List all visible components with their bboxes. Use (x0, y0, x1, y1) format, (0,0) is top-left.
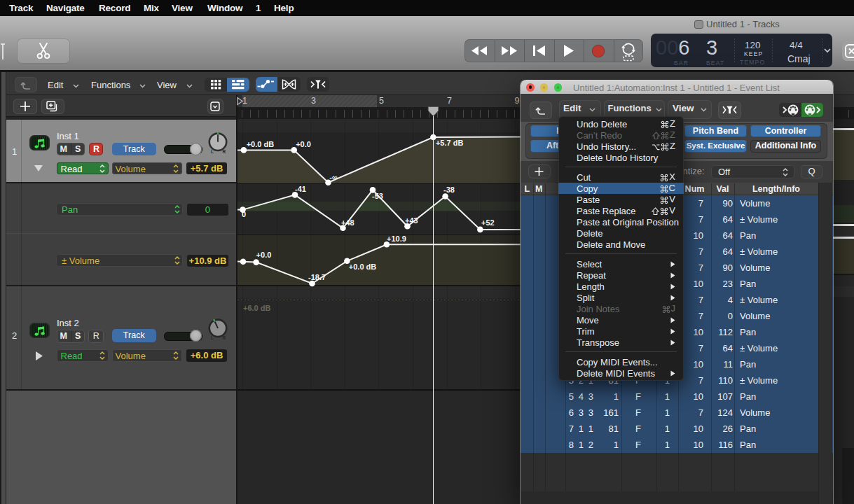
svg-text:+0.0: +0.0 (256, 251, 272, 259)
svg-text:-53: -53 (372, 192, 383, 200)
svg-text:+52: +52 (481, 218, 495, 227)
svg-text:+10.9: +10.9 (387, 234, 406, 243)
svg-text:-38: -38 (443, 186, 455, 194)
svg-text:+48: +48 (341, 218, 354, 227)
svg-text:-∞: -∞ (329, 173, 338, 181)
svg-text:+5.7 dB: +5.7 dB (436, 139, 463, 147)
svg-text:+0.0 dB: +0.0 dB (349, 262, 376, 271)
svg-text:+43: +43 (405, 216, 418, 225)
svg-text:+0.0: +0.0 (296, 140, 311, 148)
svg-text:0: 0 (242, 210, 246, 218)
svg-text:-18.7: -18.7 (308, 273, 326, 281)
svg-text:-41: -41 (295, 185, 306, 193)
svg-text:+0.0 dB: +0.0 dB (247, 140, 274, 148)
